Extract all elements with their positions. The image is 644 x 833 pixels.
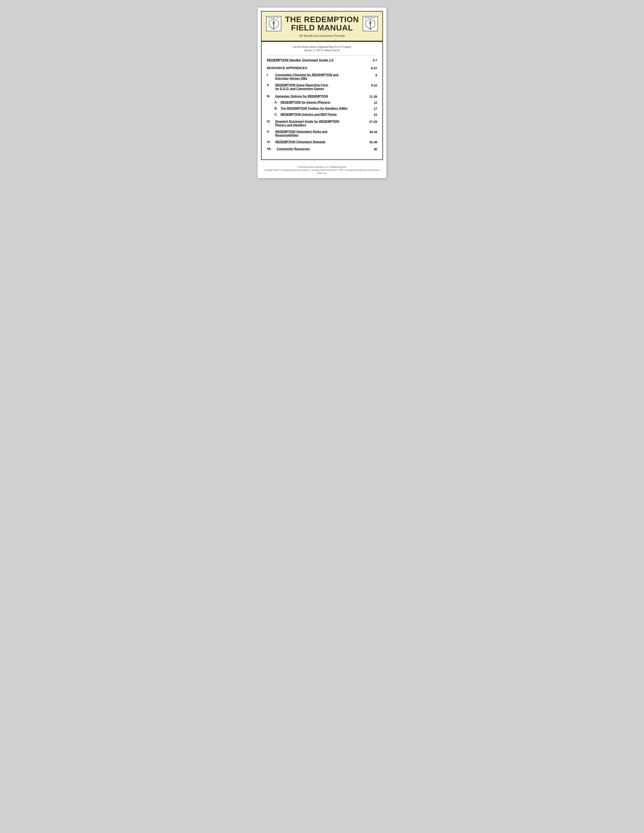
toc-entry-a-body: A. REDEMPTION for Agents (Players) (270, 101, 365, 104)
toc-quickstart-text: REDEMPTION Handler Quickstart Guide 1.0 (267, 58, 365, 62)
toc-entry-a-page: 12 (367, 101, 377, 105)
header-subtitle: Nil Beneficium Impunitum Procedit (299, 34, 345, 38)
toc-entry-c-page: 23 (367, 113, 377, 117)
toc-roman-vi: VI. (267, 140, 275, 144)
toc-entry-c-body: C. REDEMPTION Unlocks and REP Points (270, 113, 365, 116)
content-section: The Evil Genius Games Organized-Play (E.… (261, 41, 383, 160)
toc-entry-vii-page: 40 (367, 147, 377, 151)
toc-sub-b: B. (274, 107, 280, 110)
toc-roman-iii: III. (267, 95, 275, 98)
logo-right-shield (365, 19, 375, 30)
svg-point-7 (273, 27, 274, 29)
toc-quickstart-label: REDEMPTION Handler Quickstart Guide 1.0 (267, 58, 333, 62)
toc-entry-iv-body: IV. Dispatch Quickstart Guide for REDEMP… (267, 120, 365, 127)
toc-entry-c: C. REDEMPTION Unlocks and REP Points 23 (267, 112, 377, 118)
toc-entry-v-line2: Responsibilities (275, 133, 365, 137)
footer-section: © 2024 Evil Genius Productions, LLC. All… (258, 163, 386, 178)
footer-line1: © 2024 Evil Genius Productions, LLC. All… (261, 166, 383, 169)
logo-right: REDEMPTION (363, 16, 378, 31)
toc-sub-c: C. (274, 113, 280, 116)
toc-entry-iii-text: Gameplay Options for REDEMPTION (275, 95, 365, 98)
toc-entry-v-line1: REDEMPTION (Volunteer) Roles and (275, 130, 365, 133)
page-container: REDEMPTION (258, 8, 386, 178)
toc-roman-iv: IV. (267, 120, 275, 123)
version-info: The Evil Genius Games Organized-Play (E.… (267, 45, 377, 52)
toc-appendices-row: RESOURCE APPENDICES: 8-37 (267, 65, 377, 71)
toc-entry-iv-line1: Dispatch Quickstart Guide for REDEMPTION (275, 120, 365, 123)
toc-entry-vi: VI. REDEMPTION (Volunteer) Rewards 35-39 (267, 139, 377, 145)
spacer1 (267, 63, 377, 65)
toc-entry-iii-line1: Gameplay Options for REDEMPTION (275, 95, 365, 98)
toc-entry-b: B. The REDEMPTION Toolbox for Handlers (… (267, 106, 377, 112)
toc-entry-ii-line1: REDEMPTION Game Reporting Form (275, 84, 365, 87)
toc-entry-iv-text: Dispatch Quickstart Guide for REDEMPTION… (275, 120, 365, 127)
toc-entry-vii-text: Community Resources (277, 147, 365, 151)
toc-roman-ii: II. (267, 84, 275, 87)
toc-entry-i-body: I. Convention Checklist for REDEMPTION a… (267, 73, 365, 80)
toc-entry-vi-page: 35-39 (367, 140, 377, 144)
toc-entry-a: A. REDEMPTION for Agents (Players) 12 (267, 100, 377, 106)
header-title: THE REDEMPTION FIELD MANUAL (285, 15, 359, 32)
toc-roman-i: I. (267, 73, 275, 77)
toc-entry-i: I. Convention Checklist for REDEMPTION a… (267, 72, 377, 81)
toc-entry-iv-page: 27-29 (367, 120, 377, 124)
toc-quickstart-body: REDEMPTION Handler Quickstart Guide 1.0 (267, 58, 365, 62)
title-text: THE REDEMPTION FIELD MANUAL (285, 15, 359, 32)
toc-entry-iii-body: III. Gameplay Options for REDEMPTION (267, 95, 365, 98)
toc-entry-i-line1: Convention Checklist for REDEMPTION and (275, 73, 365, 77)
toc-entry-vi-body: VI. REDEMPTION (Volunteer) Rewards (267, 140, 365, 144)
toc-entry-v-page: 30-34 (367, 130, 377, 134)
logo-left: REDEMPTION (266, 16, 281, 31)
toc-quickstart-row: REDEMPTION Handler Quickstart Guide 1.0 … (267, 57, 377, 63)
toc-quickstart-page: 2-7 (367, 58, 377, 62)
toc-entry-vii-body: VII. Community Resources (267, 147, 365, 151)
toc-roman-vii: VII. (267, 147, 277, 151)
toc-appendices-label: RESOURCE APPENDICES: (267, 66, 308, 70)
logo-left-shield (269, 19, 279, 30)
toc-entry-iii-page: 11-26 (367, 95, 377, 98)
svg-point-16 (370, 27, 371, 29)
toc-entry-i-page: 8 (367, 73, 377, 77)
header-section: REDEMPTION (261, 11, 383, 41)
toc-appendices-text: RESOURCE APPENDICES: (267, 66, 365, 70)
toc-entry-b-text: The REDEMPTION Toolbox for Handlers (GMs… (280, 107, 365, 110)
toc-entry-ii-line2: for E.G.O. and Convention Games (275, 87, 365, 90)
toc-entry-ii-page: 9-10 (367, 84, 377, 87)
toc-entry-ii: II. REDEMPTION Game Reporting Form for E… (267, 82, 377, 92)
toc-entry-ii-text: REDEMPTION Game Reporting Form for E.G.O… (275, 84, 365, 90)
toc-entry-b-body: B. The REDEMPTION Toolbox for Handlers (… (270, 107, 365, 110)
toc-appendices-page: 8-37 (367, 66, 377, 70)
toc-entry-b-line1: The REDEMPTION Toolbox for Handlers (GMs… (280, 107, 365, 110)
toc-entry-v: V. REDEMPTION (Volunteer) Roles and Resp… (267, 129, 377, 138)
logo-left-label: REDEMPTION (268, 17, 279, 19)
spacer4 (267, 92, 377, 93)
toc-roman-v: V. (267, 130, 275, 133)
toc-entry-b-page: 17 (367, 107, 377, 111)
toc-entry-ii-body: II. REDEMPTION Game Reporting Form for E… (267, 84, 365, 90)
toc-sub-a: A. (274, 101, 280, 104)
toc-entry-iii: III. Gameplay Options for REDEMPTION 11-… (267, 93, 377, 100)
toc-entry-i-text: Convention Checklist for REDEMPTION and … (275, 73, 365, 80)
spacer9 (267, 152, 377, 155)
toc-entry-i-line2: Everyday Heroes GMs (275, 77, 365, 80)
toc-entry-v-text: REDEMPTION (Volunteer) Roles and Respons… (275, 130, 365, 137)
toc-entry-a-text: REDEMPTION for Agents (Players) (280, 101, 365, 104)
toc-appendices-body: RESOURCE APPENDICES: (267, 66, 365, 70)
toc-entry-vii-line1: Community Resources (277, 147, 365, 151)
toc-entry-a-line1: REDEMPTION for Agents (Players) (280, 101, 365, 104)
toc-entry-vi-text: REDEMPTION (Volunteer) Rewards (275, 140, 365, 144)
toc-entry-c-line1: REDEMPTION Unlocks and REP Points (280, 113, 365, 116)
toc-divider-top (267, 55, 377, 56)
footer-line2: Everyday Heroes™, Everyday Heroes Rules … (261, 169, 383, 175)
toc-entry-c-text: REDEMPTION Unlocks and REP Points (280, 113, 365, 116)
toc-entry-vii: VII. Community Resources 40 (267, 146, 377, 152)
logo-right-label: REDEMPTION (365, 17, 376, 19)
toc-entry-v-body: V. REDEMPTION (Volunteer) Roles and Resp… (267, 130, 365, 137)
toc-entry-iv: IV. Dispatch Quickstart Guide for REDEMP… (267, 119, 377, 128)
header-top-row: REDEMPTION (266, 15, 378, 32)
toc-entry-vi-line1: REDEMPTION (Volunteer) Rewards (275, 140, 365, 144)
toc-entry-iv-line2: Players and Handlers (275, 124, 365, 127)
